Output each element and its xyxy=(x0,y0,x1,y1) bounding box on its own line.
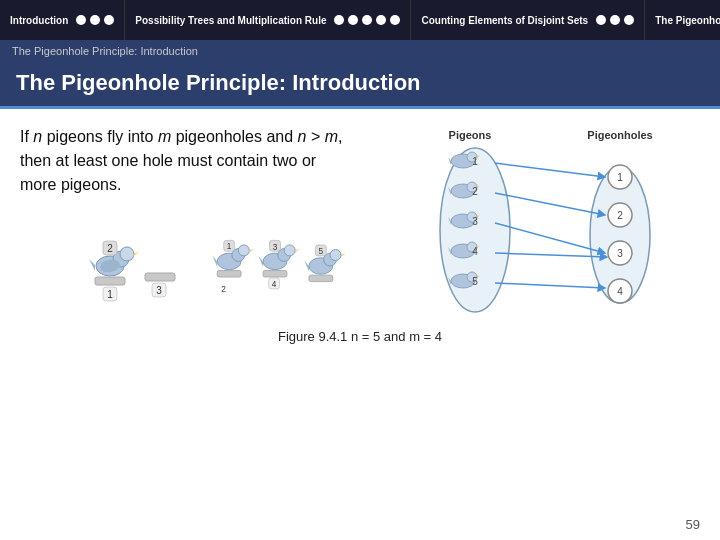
svg-point-16 xyxy=(238,245,249,256)
svg-marker-4 xyxy=(89,259,95,271)
svg-text:3: 3 xyxy=(617,248,623,259)
mapping-diagram: Pigeons Pigeonholes xyxy=(435,125,665,325)
top-nav: Introduction Possibility Trees and Multi… xyxy=(0,0,720,40)
left-column: If n pigeons fly into m pigeonholes and … xyxy=(20,125,400,321)
nav-dot xyxy=(348,15,358,25)
nav-section-counting[interactable]: Counting Elements of Disjoint Sets xyxy=(411,0,645,40)
nav-dot xyxy=(76,15,86,25)
svg-text:1: 1 xyxy=(472,156,478,167)
breadcrumb-text: The Pigeonhole Principle: Introduction xyxy=(12,45,198,57)
svg-marker-35 xyxy=(341,253,345,257)
svg-line-78 xyxy=(495,163,605,177)
nav-section-title-pigeonhole: The Pigeonhole Principle xyxy=(655,15,720,26)
stand-group-2: 1 3 xyxy=(205,211,345,321)
breadcrumb: The Pigeonhole Principle: Introduction xyxy=(0,40,720,62)
page-number: 59 xyxy=(686,517,700,532)
svg-text:5: 5 xyxy=(319,247,324,256)
nav-dots-counting xyxy=(596,15,634,25)
svg-marker-18 xyxy=(213,256,218,267)
svg-marker-17 xyxy=(249,249,254,253)
nav-dots-possibility xyxy=(334,15,400,25)
italic-n1: n xyxy=(33,128,42,145)
svg-text:4: 4 xyxy=(472,246,478,257)
nav-dot xyxy=(362,15,372,25)
svg-text:1: 1 xyxy=(107,289,113,300)
svg-marker-48 xyxy=(448,157,451,165)
nav-dot xyxy=(334,15,344,25)
svg-text:2: 2 xyxy=(472,186,478,197)
right-column: Pigeons Pigeonholes xyxy=(400,125,700,325)
svg-marker-36 xyxy=(304,261,309,272)
svg-rect-39 xyxy=(309,275,333,281)
svg-rect-29 xyxy=(263,271,287,277)
svg-point-2 xyxy=(120,247,134,261)
nav-dot xyxy=(624,15,634,25)
principle-text: If n pigeons fly into m pigeonholes and … xyxy=(20,125,380,197)
svg-text:3: 3 xyxy=(472,216,478,227)
svg-line-82 xyxy=(495,283,605,288)
page-title: The Pigeonhole Principle: Introduction xyxy=(16,70,421,95)
italic-n2: n xyxy=(298,128,307,145)
svg-marker-25 xyxy=(295,249,300,253)
svg-text:5: 5 xyxy=(472,276,478,287)
svg-text:2: 2 xyxy=(221,285,226,294)
svg-text:3: 3 xyxy=(273,243,278,252)
italic-m2: m xyxy=(325,128,338,145)
nav-dot xyxy=(596,15,606,25)
svg-line-80 xyxy=(495,223,605,253)
svg-text:2: 2 xyxy=(617,210,623,221)
nav-dot xyxy=(610,15,620,25)
svg-text:2: 2 xyxy=(107,243,113,254)
lower-figures: 2 1 3 xyxy=(20,211,400,321)
figure-caption-text: Figure 9.4.1 n = 5 and m = 4 xyxy=(278,329,442,344)
svg-line-81 xyxy=(495,253,607,257)
nav-section-pigeonhole[interactable]: The Pigeonhole Principle xyxy=(645,0,720,40)
nav-section-introduction[interactable]: Introduction xyxy=(0,0,125,40)
svg-point-24 xyxy=(284,245,295,256)
svg-marker-26 xyxy=(259,256,264,267)
nav-dot xyxy=(390,15,400,25)
svg-text:3: 3 xyxy=(156,285,162,296)
svg-rect-11 xyxy=(145,273,175,281)
svg-point-43 xyxy=(440,148,510,312)
svg-text:Pigeonholes: Pigeonholes xyxy=(587,129,652,141)
stand-group-1: 2 1 3 xyxy=(75,211,195,321)
svg-text:1: 1 xyxy=(617,172,623,183)
nav-section-possibility[interactable]: Possibility Trees and Multiplication Rul… xyxy=(125,0,411,40)
svg-rect-21 xyxy=(217,271,241,277)
svg-text:4: 4 xyxy=(617,286,623,297)
svg-text:4: 4 xyxy=(272,280,277,289)
nav-section-title-possibility: Possibility Trees and Multiplication Rul… xyxy=(135,15,326,26)
svg-text:1: 1 xyxy=(227,243,232,252)
figure-caption: Figure 9.4.1 n = 5 and m = 4 xyxy=(20,329,700,344)
nav-dot xyxy=(104,15,114,25)
stand-svg-2: 1 3 xyxy=(205,211,345,321)
nav-dots-introduction xyxy=(76,15,114,25)
svg-line-79 xyxy=(495,193,605,215)
page-number-text: 59 xyxy=(686,517,700,532)
italic-m1: m xyxy=(158,128,171,145)
page-header: The Pigeonhole Principle: Introduction xyxy=(0,62,720,109)
content-area: If n pigeons fly into m pigeonholes and … xyxy=(0,109,720,354)
nav-dot xyxy=(90,15,100,25)
svg-point-34 xyxy=(330,250,341,261)
nav-dot xyxy=(376,15,386,25)
nav-section-title-counting: Counting Elements of Disjoint Sets xyxy=(421,15,588,26)
svg-text:Pigeons: Pigeons xyxy=(449,129,492,141)
nav-section-title-introduction: Introduction xyxy=(10,15,68,26)
main-content-row: If n pigeons fly into m pigeonholes and … xyxy=(20,125,700,325)
svg-rect-8 xyxy=(95,277,125,285)
stand-svg-1: 2 1 3 xyxy=(75,211,195,321)
